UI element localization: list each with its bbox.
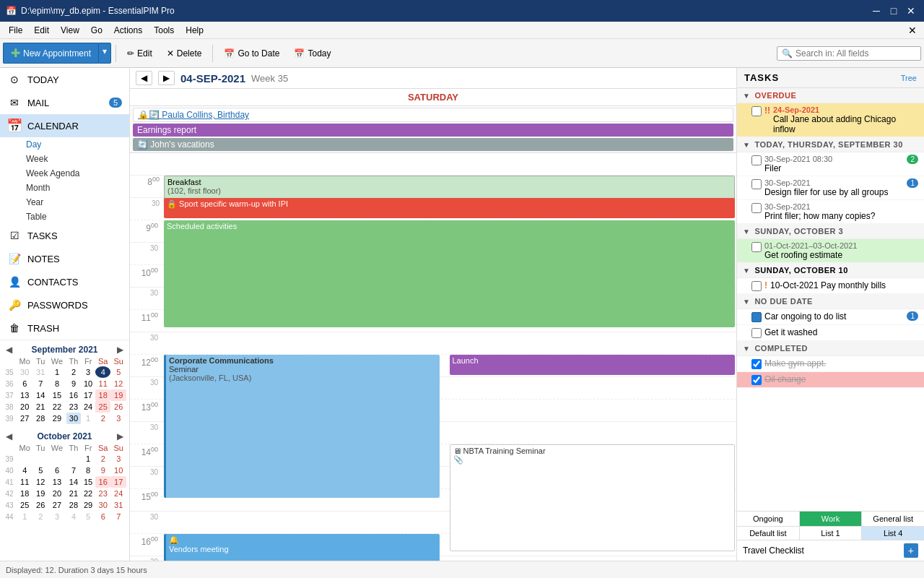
task-checkbox-completed[interactable] xyxy=(751,375,762,385)
maximize-button[interactable]: □ xyxy=(886,4,901,18)
task-item-nodue-2[interactable]: Get it washed xyxy=(737,325,924,341)
close-window-button[interactable]: ✕ xyxy=(904,4,918,18)
task-checkbox[interactable] xyxy=(751,155,762,165)
tasks-view-toggle[interactable]: Tree xyxy=(901,74,917,82)
sep-day[interactable]: 16 xyxy=(66,389,82,401)
birthday-event[interactable]: 🔒🔄 Paula Collins, Birthday xyxy=(133,108,733,122)
sep-day[interactable]: 14 xyxy=(33,389,48,401)
nav-mail[interactable]: ✉ MAIL 5 xyxy=(0,91,129,114)
nav-passwords[interactable]: 🔑 PASSWORDS xyxy=(0,293,129,316)
menu-go[interactable]: Go xyxy=(85,24,108,37)
sep-day[interactable]: 1 xyxy=(81,413,95,424)
nav-day[interactable]: Day xyxy=(20,137,129,152)
sep-day[interactable]: 6 xyxy=(16,378,33,389)
nav-today[interactable]: ⊙ TODAY xyxy=(0,68,129,91)
sep-day[interactable]: 1 xyxy=(48,366,66,378)
go-to-date-button[interactable]: 📅 Go to Date xyxy=(217,45,286,62)
sep-day[interactable]: 22 xyxy=(48,401,66,413)
sep-day[interactable]: 11 xyxy=(95,378,110,389)
tab-general-list[interactable]: General list xyxy=(862,512,924,526)
tab-work[interactable]: Work xyxy=(800,512,863,526)
nav-calendar[interactable]: 📅 CALENDAR xyxy=(0,114,129,137)
task-item-today-2[interactable]: 30-Sep-2021 Design filer for use by all … xyxy=(737,176,924,200)
sep-day-4[interactable]: 4 xyxy=(95,366,110,378)
nav-week[interactable]: Week xyxy=(20,152,129,166)
sep-day[interactable]: 8 xyxy=(48,378,66,389)
menu-actions[interactable]: Actions xyxy=(108,24,148,37)
sep-day[interactable]: 9 xyxy=(66,378,82,389)
sep-day[interactable]: 2 xyxy=(95,413,110,424)
task-group-completed[interactable]: ▼ COMPLETED xyxy=(737,341,924,356)
task-item-oct10-1[interactable]: ! 10-Oct-2021 Pay monthly bills xyxy=(737,278,924,294)
corp-comm-event[interactable]: Corporate Communications Seminar (Jackso… xyxy=(164,355,440,498)
sep-day[interactable]: 10 xyxy=(81,378,95,389)
time-cell-930[interactable] xyxy=(162,243,736,264)
sep-day[interactable]: 24 xyxy=(81,401,95,413)
tasks-scroll[interactable]: ▼ OVERDUE !! 24-Sep-2021 Call Jane about… xyxy=(737,88,924,511)
sep-day[interactable]: 17 xyxy=(81,389,95,401)
task-checkbox[interactable] xyxy=(751,242,762,252)
menu-tools[interactable]: Tools xyxy=(148,24,180,37)
today-button[interactable]: 📅 Today xyxy=(287,45,337,62)
task-group-today[interactable]: ▼ TODAY, THURSDAY, SEPTEMBER 30 xyxy=(737,137,924,152)
new-appointment-main[interactable]: ✚ New Appointment xyxy=(3,43,98,64)
nbta-event[interactable]: 🖥 NBTA Training Seminar 📎 xyxy=(450,444,736,551)
window-controls[interactable]: ─ □ ✕ xyxy=(869,4,918,18)
sep-day[interactable]: 27 xyxy=(16,413,33,424)
time-cell-900[interactable]: Scheduled activities xyxy=(162,220,736,242)
task-item-nodue-1[interactable]: Car ongoing to do list 1 xyxy=(737,309,924,325)
menu-view[interactable]: View xyxy=(55,24,85,37)
minimize-button[interactable]: ─ xyxy=(869,4,884,18)
sep-day[interactable]: 13 xyxy=(16,389,33,401)
task-group-overdue[interactable]: ▼ OVERDUE xyxy=(737,88,924,103)
tab-list4[interactable]: List 4 xyxy=(862,527,924,540)
sep-day[interactable]: 21 xyxy=(33,401,48,413)
earnings-event[interactable]: Earnings report xyxy=(133,124,733,137)
sep-day[interactable]: 28 xyxy=(33,413,48,424)
cal-next-button[interactable]: ▶ xyxy=(158,71,175,85)
time-cell-1000[interactable] xyxy=(162,265,736,287)
nav-tasks[interactable]: ☑ TASKS xyxy=(0,224,129,247)
sep-day[interactable]: 12 xyxy=(110,378,126,389)
mini-cal-sep-next[interactable]: ▶ xyxy=(117,345,123,355)
task-item-overdue-1[interactable]: !! 24-Sep-2021 Call Jane about adding Ch… xyxy=(737,103,924,137)
time-cell-1630[interactable] xyxy=(162,556,736,561)
launch-event[interactable]: Launch xyxy=(450,355,736,375)
time-cell-1100[interactable] xyxy=(162,310,736,332)
nav-trash[interactable]: 🗑 TRASH xyxy=(0,316,129,340)
search-input[interactable] xyxy=(796,48,911,59)
task-item-today-1[interactable]: 30-Sep-2021 08:30 Filer 2 xyxy=(737,152,924,176)
task-checkbox[interactable] xyxy=(751,328,762,338)
task-checkbox[interactable] xyxy=(751,179,762,189)
sep-day-25[interactable]: 25 xyxy=(95,401,110,413)
sep-day[interactable]: 7 xyxy=(33,378,48,389)
warmup-event[interactable]: 🔒 Sport specific warm-up with IPI xyxy=(164,198,735,218)
time-cell-1030[interactable] xyxy=(162,288,736,309)
vacation-event[interactable]: 🔄 John's vacations xyxy=(133,138,733,151)
task-item-oct3-1[interactable]: 01-Oct-2021–03-Oct-2021 Get roofing esti… xyxy=(737,239,924,263)
tab-list1[interactable]: List 1 xyxy=(800,527,863,540)
new-appointment-dropdown[interactable]: ▾ xyxy=(98,43,111,64)
menu-file[interactable]: File xyxy=(3,24,28,37)
task-checkbox-completed[interactable] xyxy=(751,359,762,369)
sep-day[interactable]: 20 xyxy=(16,401,33,413)
tab-ongoing[interactable]: Ongoing xyxy=(737,512,800,526)
mini-cal-oct-prev[interactable]: ◀ xyxy=(6,431,12,441)
menu-help[interactable]: Help xyxy=(180,24,209,37)
nav-notes[interactable]: 📝 NOTES xyxy=(0,247,129,270)
time-cell[interactable] xyxy=(162,153,736,175)
nav-table[interactable]: Table xyxy=(20,210,129,224)
tasks-add-button[interactable]: + xyxy=(904,543,918,558)
task-checkbox-list[interactable] xyxy=(751,312,762,322)
delete-button[interactable]: ✕ Delete xyxy=(160,45,209,62)
sep-day[interactable]: 26 xyxy=(110,401,126,413)
task-group-oct10[interactable]: ▼ SUNDAY, OCTOBER 10 xyxy=(737,263,924,278)
sep-day[interactable]: 3 xyxy=(81,366,95,378)
sep-day[interactable]: 2 xyxy=(66,366,82,378)
time-cell-1130[interactable] xyxy=(162,332,736,354)
menu-edit[interactable]: Edit xyxy=(28,24,55,37)
sep-day[interactable]: 15 xyxy=(48,389,66,401)
time-cell-800[interactable]: Breakfast (102, first floor) xyxy=(162,176,736,197)
task-group-nodue[interactable]: ▼ NO DUE DATE xyxy=(737,294,924,309)
time-cell-1200[interactable]: Corporate Communications Seminar (Jackso… xyxy=(162,355,736,376)
